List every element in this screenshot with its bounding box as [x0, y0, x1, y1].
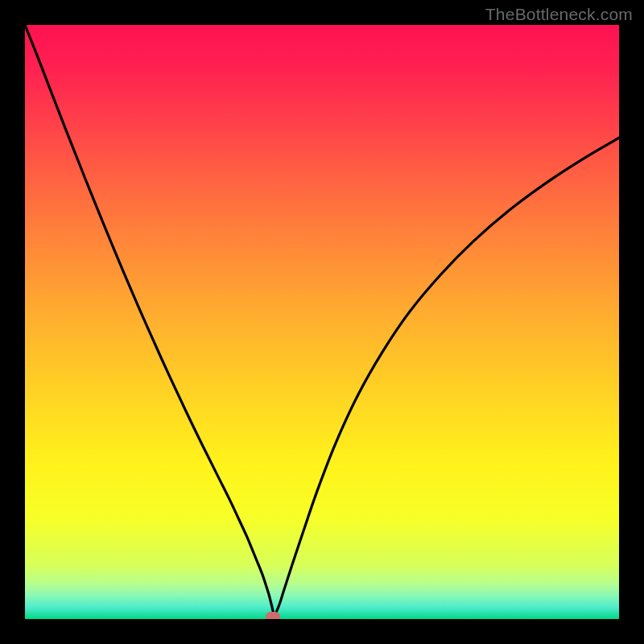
bottleneck-curve — [25, 25, 619, 619]
watermark-text: TheBottleneck.com — [485, 5, 633, 24]
chart-frame: TheBottleneck.com — [0, 0, 644, 644]
optimal-marker — [266, 612, 280, 619]
plot-area — [25, 25, 619, 619]
